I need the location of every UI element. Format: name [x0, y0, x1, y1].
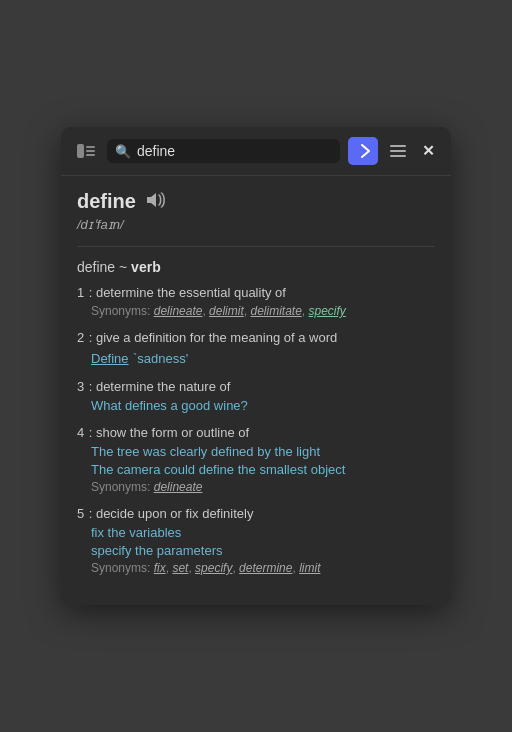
def-num-2: 2 [77, 330, 84, 345]
toolbar: 🔍 ✕ [61, 127, 451, 176]
def-text-5: : decide upon or fix definitely [89, 506, 254, 521]
search-input[interactable] [137, 143, 332, 159]
speaker-button[interactable] [146, 192, 166, 212]
synonym-limit[interactable]: limit [299, 561, 320, 575]
search-go-button[interactable] [348, 137, 378, 165]
definition-item-3: 3 : determine the nature of What defines… [77, 377, 435, 413]
def-text-2: : give a definition for the meaning of a… [89, 330, 338, 345]
def-num-3: 3 [77, 379, 84, 394]
close-button[interactable]: ✕ [418, 138, 439, 164]
word-header: define [77, 190, 435, 213]
sidebar-toggle-button[interactable] [73, 140, 99, 162]
synonyms-4: Synonyms: delineate [77, 480, 435, 494]
definition-item-4: 4 : show the form or outline of The tree… [77, 423, 435, 494]
synonym-delineate-1[interactable]: delineate [154, 304, 203, 318]
svg-rect-5 [390, 150, 406, 152]
definition-item-2: 2 : give a definition for the meaning of… [77, 328, 435, 367]
example-specify-parameters[interactable]: specify the parameters [77, 543, 435, 558]
dictionary-content: define /dɪˈfaɪn/ define ~ verb 1 : deter… [61, 176, 451, 605]
svg-rect-1 [86, 146, 95, 148]
dictionary-window: 🔍 ✕ define [61, 127, 451, 605]
example-define-sadness[interactable]: Define [91, 351, 129, 366]
def-text-4: : show the form or outline of [89, 425, 249, 440]
example-fix-variables[interactable]: fix the variables [77, 525, 435, 540]
synonym-delimit[interactable]: delimit [209, 304, 244, 318]
example-what-defines[interactable]: What defines a good wine? [77, 398, 435, 413]
example-camera-define[interactable]: The camera could define the smallest obj… [77, 462, 435, 477]
synonym-set[interactable]: set [172, 561, 188, 575]
divider [77, 246, 435, 247]
svg-rect-2 [86, 150, 95, 152]
def-text-3: : determine the nature of [89, 379, 231, 394]
synonym-determine[interactable]: determine [239, 561, 292, 575]
svg-rect-0 [77, 144, 84, 158]
search-icon: 🔍 [115, 144, 131, 159]
synonym-fix[interactable]: fix [154, 561, 166, 575]
synonym-specify-1[interactable]: specify [308, 304, 345, 318]
example-backtick-sadness: `sadness' [133, 351, 188, 366]
synonym-specify-5[interactable]: specify [195, 561, 232, 575]
synonyms-1: Synonyms: delineate, delimit, delimitate… [77, 304, 435, 318]
definition-item-5: 5 : decide upon or fix definitely fix th… [77, 504, 435, 575]
pos-line: define ~ verb [77, 259, 435, 275]
pronunciation: /dɪˈfaɪn/ [77, 217, 435, 232]
search-container: 🔍 [107, 139, 340, 163]
synonyms-5: Synonyms: fix, set, specify, determine, … [77, 561, 435, 575]
svg-rect-6 [390, 155, 406, 157]
def-num-5: 5 [77, 506, 84, 521]
def-num-1: 1 [77, 285, 84, 300]
def-text-1: : determine the essential quality of [89, 285, 286, 300]
part-of-speech: verb [131, 259, 161, 275]
synonym-delimitate[interactable]: delimitate [250, 304, 301, 318]
svg-rect-4 [390, 145, 406, 147]
menu-button[interactable] [386, 141, 410, 161]
svg-rect-3 [86, 154, 95, 156]
definitions-list: 1 : determine the essential quality of S… [77, 283, 435, 575]
word-title: define [77, 190, 136, 213]
synonym-delineate-4[interactable]: delineate [154, 480, 203, 494]
example-tree-defined[interactable]: The tree was clearly defined by the ligh… [77, 444, 435, 459]
def-num-4: 4 [77, 425, 84, 440]
definition-item-1: 1 : determine the essential quality of S… [77, 283, 435, 318]
